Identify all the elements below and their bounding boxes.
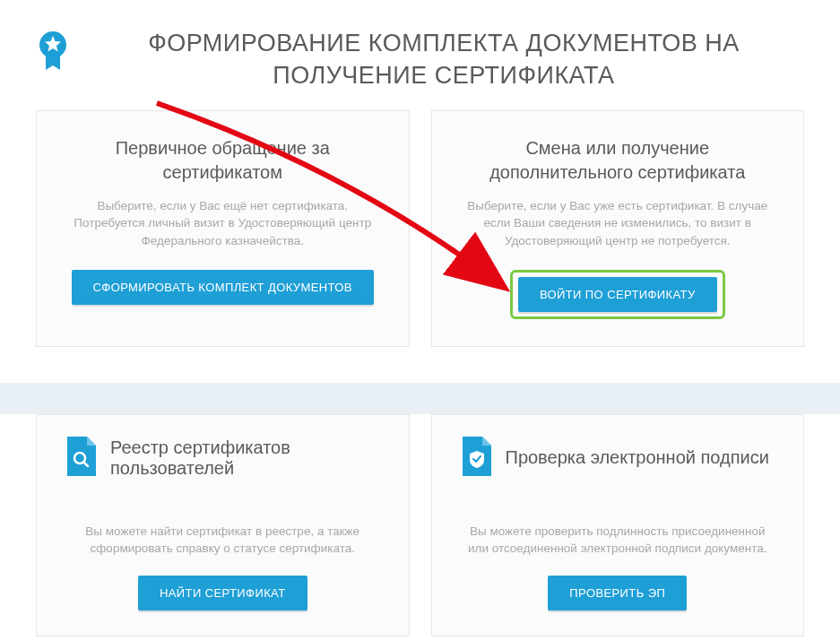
secondary-card-title: Смена или получение дополнительного серт… — [459, 136, 777, 185]
divider-strip — [0, 383, 840, 414]
login-by-certificate-button[interactable]: ВОЙТИ ПО СЕРТИФИКАТУ — [518, 277, 717, 312]
top-cards-row: Первичное обращение за сертификатом Выбе… — [0, 110, 840, 383]
registry-card-title: Реестр сертификатов пользователей — [110, 437, 382, 479]
shield-file-icon — [459, 437, 491, 480]
verify-card-title: Проверка электронной подписи — [506, 447, 769, 468]
find-certificate-button[interactable]: НАЙТИ СЕРТИФИКАТ — [138, 576, 307, 611]
secondary-card-desc: Выберите, если у Вас уже есть сертификат… — [459, 197, 777, 250]
page-header: ФОРМИРОВАНИЕ КОМПЛЕКТА ДОКУМЕНТОВ НА ПОЛ… — [0, 0, 840, 110]
verify-card: Проверка электронной подписи Вы можете п… — [431, 414, 805, 637]
additional-cert-card: Смена или получение дополнительного серт… — [431, 110, 805, 347]
primary-card-desc: Выберите, если у Вас ещё нет сертификата… — [64, 197, 382, 250]
form-documents-button[interactable]: СФОРМИРОВАТЬ КОМПЛЕКТ ДОКУМЕНТОВ — [72, 270, 374, 305]
primary-card-title: Первичное обращение за сертификатом — [64, 136, 382, 185]
search-file-icon — [64, 437, 96, 480]
bottom-cards-row: Реестр сертификатов пользователей Вы мож… — [0, 414, 840, 637]
registry-card-desc: Вы можете найти сертификат в реестре, а … — [64, 523, 382, 558]
verify-signature-button[interactable]: ПРОВЕРИТЬ ЭП — [548, 576, 687, 611]
page-title: ФОРМИРОВАНИЕ КОМПЛЕКТА ДОКУМЕНТОВ НА ПОЛ… — [83, 27, 804, 92]
registry-card-header: Реестр сертификатов пользователей — [64, 437, 382, 480]
primary-request-card: Первичное обращение за сертификатом Выбе… — [36, 110, 410, 347]
verify-card-desc: Вы можете проверить подлинность присоеди… — [459, 523, 777, 558]
highlight-box: ВОЙТИ ПО СЕРТИФИКАТУ — [510, 270, 725, 319]
registry-card: Реестр сертификатов пользователей Вы мож… — [36, 414, 410, 637]
verify-card-header: Проверка электронной подписи — [459, 437, 777, 480]
certificate-badge-icon — [36, 30, 70, 77]
